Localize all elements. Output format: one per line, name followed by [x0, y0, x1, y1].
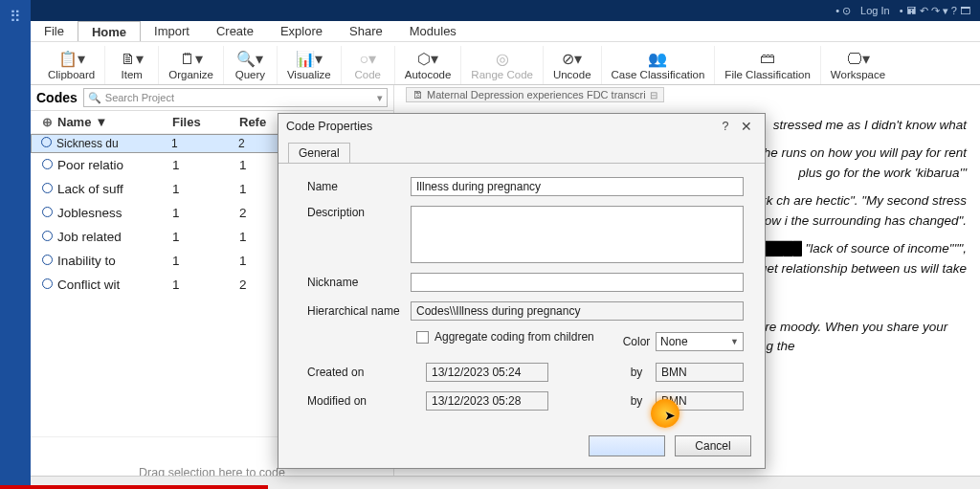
add-code-button[interactable]: ⊕ — [36, 115, 57, 129]
label-aggregate: Aggregate coding from children — [434, 330, 594, 344]
ribbon-range-code: ◎Range Code — [461, 46, 544, 84]
ribbon-code: ○▾Code — [342, 46, 395, 84]
code-name: Poor relatio — [57, 158, 172, 172]
menu-import[interactable]: Import — [141, 21, 203, 41]
ribbon: 📋▾Clipboard 🗎▾Item 🗒▾Organize 🔍▾Query 📊▾… — [31, 42, 980, 85]
code-name: Job related — [57, 230, 172, 244]
code-nickname-input[interactable] — [411, 273, 744, 292]
menu-modules[interactable]: Modules — [396, 21, 470, 41]
ok-button[interactable] — [589, 435, 665, 456]
ribbon-file-classification[interactable]: 🗃File Classification — [715, 46, 820, 84]
menu-bar: File Home Import Create Explore Share Mo… — [31, 21, 980, 42]
label-nickname: Nickname — [307, 276, 411, 289]
dialog-tab-general[interactable]: General — [288, 143, 350, 163]
code-files: 1 — [172, 230, 239, 244]
code-bullet-icon — [36, 182, 57, 196]
col-name[interactable]: Name▼ — [57, 115, 172, 129]
modified-on-field: 13/12/2023 05:28 — [426, 391, 548, 411]
code-name: Joblesness — [57, 206, 172, 220]
code-name: Inability to — [57, 254, 172, 268]
move-grip-icon[interactable]: ⠿ — [10, 8, 21, 26]
label-hierarchical: Hierarchical name — [307, 304, 411, 318]
dialog-help-button[interactable]: ? — [715, 120, 736, 133]
ribbon-autocode[interactable]: ⬡▾Autocode — [395, 46, 462, 84]
document-tab[interactable]: 🖺 Maternal Depression experiences FDC tr… — [406, 87, 664, 102]
menu-create[interactable]: Create — [203, 21, 267, 41]
app-sidebar-strip: ⠿ — [0, 0, 31, 489]
progress-bar — [0, 485, 268, 489]
code-files: 1 — [172, 158, 239, 172]
menu-share[interactable]: Share — [336, 21, 396, 41]
label-description: Description — [307, 206, 411, 219]
code-bullet-icon — [35, 137, 56, 150]
ribbon-case-classification[interactable]: 👥Case Classification — [602, 46, 716, 84]
aggregate-checkbox[interactable] — [416, 331, 429, 344]
col-files[interactable]: Files — [172, 115, 239, 129]
titlebar-icons[interactable]: • 🖬 ↶ ↷ ▾ ? 🗖 — [900, 5, 970, 17]
search-icon: 🔍 — [88, 92, 101, 104]
code-files: 1 — [172, 278, 239, 292]
code-files: 1 — [172, 182, 239, 196]
chevron-down-icon: ▼ — [730, 337, 739, 346]
sort-desc-icon: ▼ — [95, 115, 107, 129]
label-name: Name — [307, 180, 411, 193]
menu-home[interactable]: Home — [78, 21, 141, 41]
code-name: Sickness du — [56, 137, 171, 150]
ribbon-query[interactable]: 🔍▾Query — [224, 46, 278, 84]
ribbon-uncode[interactable]: ⊘▾Uncode — [544, 46, 602, 84]
code-bullet-icon — [36, 254, 57, 268]
label-created-by: by — [617, 366, 656, 379]
code-name: Lack of suff — [57, 182, 172, 196]
created-by-field: BMN — [656, 363, 744, 382]
code-properties-dialog: Code Properties ? ✕ General Name Descrip… — [278, 113, 766, 469]
code-files: 1 — [172, 206, 239, 220]
label-color: Color — [617, 335, 656, 348]
code-files: 1 — [171, 137, 238, 150]
label-modified: Modified on — [307, 394, 411, 408]
menu-explore[interactable]: Explore — [267, 21, 336, 41]
code-bullet-icon — [36, 158, 57, 172]
label-modified-by: by — [617, 394, 656, 408]
close-tab-icon[interactable]: ⊟ — [650, 90, 657, 100]
label-created: Created on — [307, 366, 411, 379]
ribbon-workspace[interactable]: 🖵▾Workspace — [821, 46, 895, 84]
ribbon-organize[interactable]: 🗒▾Organize — [159, 46, 224, 84]
title-bar: • ⊙ Log In • 🖬 ↶ ↷ ▾ ? 🗖 — [31, 0, 980, 21]
code-name-input[interactable] — [411, 177, 744, 196]
code-description-input[interactable] — [411, 206, 744, 263]
code-bullet-icon — [36, 230, 57, 244]
ribbon-item[interactable]: 🗎▾Item — [105, 46, 159, 84]
search-project-input[interactable]: 🔍 Search Project ▾ — [83, 88, 388, 107]
code-files: 1 — [172, 254, 239, 268]
hierarchical-name-field: Codes\\Illness during pregnancy — [411, 301, 744, 321]
menu-file[interactable]: File — [31, 21, 78, 41]
code-bullet-icon — [36, 206, 57, 220]
cursor-icon: ➤ — [664, 408, 676, 423]
ribbon-visualize[interactable]: 📊▾Visualize — [278, 46, 342, 84]
ribbon-clipboard[interactable]: 📋▾Clipboard — [38, 46, 105, 84]
code-name: Conflict wit — [57, 278, 172, 292]
dialog-title: Code Properties — [286, 120, 715, 133]
created-on-field: 13/12/2023 05:24 — [426, 363, 548, 382]
color-select[interactable]: None▼ — [656, 332, 744, 351]
titlebar-dots: • ⊙ — [835, 5, 851, 17]
chevron-down-icon[interactable]: ▾ — [377, 92, 383, 104]
dialog-close-button[interactable]: ✕ — [736, 119, 757, 134]
codes-panel-title: Codes — [36, 90, 78, 105]
doc-icon: 🖺 — [412, 89, 423, 100]
cancel-button[interactable]: Cancel — [675, 435, 751, 456]
login-link[interactable]: Log In — [860, 5, 890, 16]
code-bullet-icon — [36, 278, 57, 292]
